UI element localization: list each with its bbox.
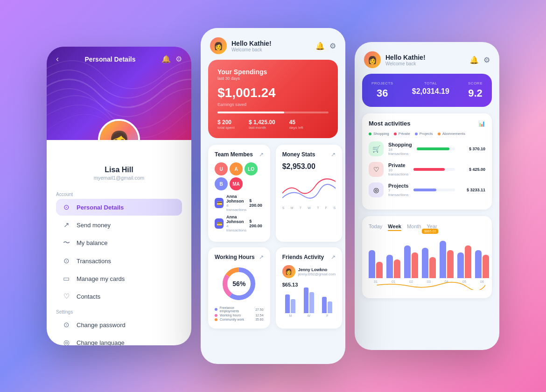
settings-icon[interactable]: ⚙ [175,55,182,63]
bar-M-2 [291,299,295,313]
right-settings-icon[interactable]: ⚙ [483,56,490,64]
money-stats-header: Money Stats ↗ [282,151,336,158]
legend-community: Community work 35.60 [215,318,264,321]
stat-projects: PROJECTS 36 [371,81,393,99]
left-header-icons: 🔔 ⚙ [161,55,182,63]
right-header: 👩 Hello Kathie! Welcome back 🔔 ⚙ [355,42,499,74]
bar-F-2 [328,301,332,313]
legend-community-label: Community work [220,318,244,321]
transaction-2-name: Anna Johnson [226,215,246,224]
team-members-header: Team Membes ↗ [215,151,264,158]
big-bar-05: 05 [457,237,471,283]
middle-settings-icon[interactable]: ⚙ [329,42,336,50]
back-button[interactable]: ‹ [56,54,59,64]
projects-icon: ◎ [369,182,384,197]
transaction-2-sub: 4 transactions [226,224,246,232]
working-hours-card: Working Hours ↗ 56% [208,247,270,329]
working-hours-expand-icon[interactable]: ↗ [259,254,264,260]
activities-expand-icon[interactable]: 📊 [478,120,485,127]
team-avatar-5: MA [230,177,243,190]
tab-month[interactable]: Month [407,223,421,231]
big-bar-04-purple [440,241,446,278]
bar-label-M: M [289,314,292,317]
change-password-icon: ⊙ [62,321,71,329]
menu-item-my-balance[interactable]: 〜 My balance [56,234,182,252]
big-bar-31-purple [369,250,375,278]
tab-week[interactable]: Week [388,223,401,231]
big-bar-02-pair [404,237,418,278]
legend-working: Working hours 12.54 [215,314,264,317]
bar-label-F: F [326,314,328,317]
money-stats-expand-icon[interactable]: ↗ [331,151,336,158]
spendings-amount: $1,001.24 [217,85,329,100]
left-header-title: Personal Details [85,56,136,63]
stats-banner: PROJECTS 36 TOTAL $2,0314.19 SCORE 9.2 [362,74,492,107]
stat-projects-value: 36 [371,87,393,99]
team-avatar-3: LO [245,162,258,175]
big-bar-06: 06 [475,237,489,283]
legend-dot-private [394,133,397,135]
right-user: 👩 Hello Kathie! Welcome back [364,51,426,68]
menu-item-manage-cards[interactable]: ▭ Manage my cards [56,270,182,287]
spendings-card: Your Spendings last 30 days $1,001.24 Ea… [208,60,338,138]
donut-chart: 56% [220,265,258,302]
team-members-expand-icon[interactable]: ↗ [259,151,264,158]
phones-container: ‹ Personal Details 🔔 ⚙ 👩 Lisa Hill myema… [47,28,499,364]
spendings-label: Earnings saved [217,102,329,107]
change-language-text: Change language [77,339,125,346]
big-bar-chart: 31 01 02 [369,237,485,283]
legend-working-label: Working hours [220,314,241,317]
projects-bar-container [413,189,455,191]
private-icon: ♡ [369,162,384,177]
menu-item-personal-details[interactable]: ⊙ Personal Details [56,199,182,216]
legend-freelance-label: Freelance employments [220,306,253,313]
big-bar-02-pink [412,252,418,278]
legend-freelance: Freelance employments 27.50 [215,306,264,313]
middle-bell-icon[interactable]: 🔔 [315,42,325,50]
friends-activity-header: Friends Activity ↗ [282,254,336,260]
stat-days-left-label: days left [289,126,303,130]
menu-item-change-password[interactable]: ⊙ Change password [56,316,182,333]
right-bell-icon[interactable]: 🔔 [469,56,479,64]
menu-item-contacts[interactable]: ♡ Contacts [56,288,182,305]
menu-item-transactions[interactable]: ⊙ Transactions [56,252,182,269]
private-info: Private 10 transactions [388,162,409,176]
activities-header: Most activities 📊 [369,120,485,127]
activity-row-shopping: 🛒 Shopping 18 transactions $ 370.10 [369,141,485,156]
team-members-card: Team Membes ↗ U A LO B MA 💳 Anna Johnson… [208,145,270,242]
big-bar-03-pink [429,257,436,278]
legend-dot-community [215,318,217,321]
bell-icon[interactable]: 🔔 [161,55,171,63]
legend-freelance-value: 27.50 [255,308,264,311]
chart-card: Today Week Month Year 31 [362,216,492,298]
right-greeting-name: Hello Kathie! [385,54,426,61]
legend-private: Private [394,132,410,136]
stat-projects-label: PROJECTS [371,81,393,85]
friends-activity-expand-icon[interactable]: ↗ [331,254,336,260]
donut-container: 56% [215,265,264,302]
legend-projects-label: Projects [420,132,433,136]
personal-details-text: Personal Details [77,204,124,211]
legend-community-value: 35.60 [255,318,264,321]
menu-item-send-money[interactable]: ↗ Send money [56,217,182,233]
middle-greeting-name: Hello Kathie! [231,40,272,47]
bar-pair-M [285,287,295,313]
stat-total-spent: $ 200 total spent [217,119,235,130]
profile-info: Lisa Hill myemail1@gmail.com [47,140,191,188]
bar-pair-F [322,287,332,313]
day-labels: S M T W T F S [282,206,336,210]
big-bar-06-pink [483,255,489,278]
projects-amount: $ 3233.11 [460,188,485,192]
legend-dot-abonnements [438,133,441,135]
account-label: Account [56,192,182,197]
spendings-title: Your Spendings [217,68,329,76]
big-bar-06-pair [475,237,489,278]
stat-total-spent-value: $ 200 [217,119,235,126]
big-bar-01-pink [394,259,400,278]
activities-title: Most activities [369,120,411,127]
menu-item-change-language[interactable]: ◎ Change language [56,334,182,345]
shopping-amount: $ 370.10 [460,147,485,151]
middle-greeting: Hello Kathie! Welcome back [231,40,272,52]
tab-today[interactable]: Today [369,223,382,231]
big-bar-04-pair [440,237,454,278]
